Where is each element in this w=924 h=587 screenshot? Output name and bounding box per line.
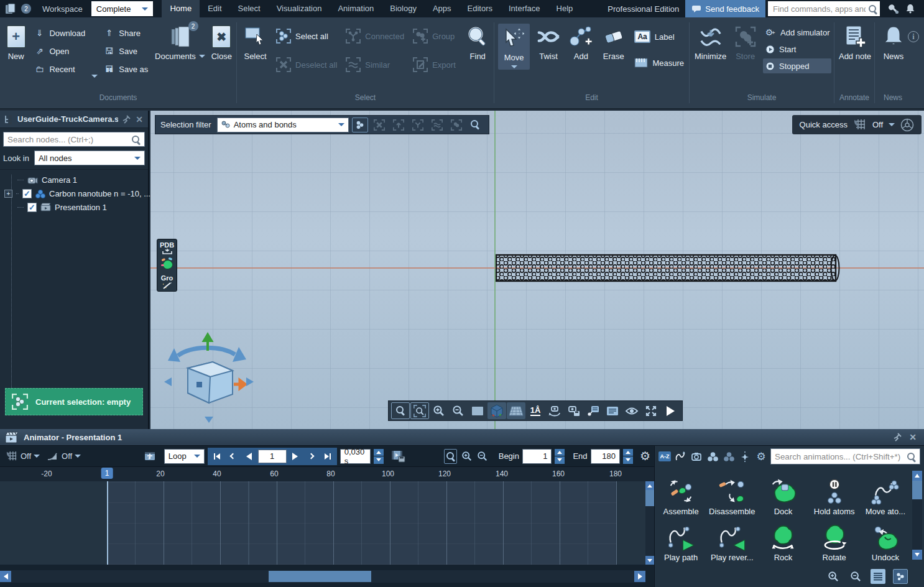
scroll-up-icon[interactable] <box>645 481 654 490</box>
recent-button[interactable]: 🗀Recent <box>32 61 88 77</box>
preset-move-atoms[interactable]: Move ato... <box>861 469 910 516</box>
export-movie-icon[interactable] <box>390 449 407 464</box>
fullscreen-icon[interactable] <box>642 402 660 419</box>
close-panel-icon[interactable]: ✕ <box>134 114 144 124</box>
loop-mode-select[interactable]: Loop <box>164 449 205 464</box>
news-button[interactable]: News <box>879 24 908 61</box>
timeline-horizontal-scrollbar[interactable] <box>0 570 645 583</box>
move-tool-button[interactable]: Move <box>498 24 530 70</box>
grid-plane-icon[interactable] <box>507 402 525 419</box>
skip-to-end-button[interactable] <box>320 450 335 463</box>
zoom-out-icon[interactable] <box>449 402 468 419</box>
navigation-wheel-icon[interactable] <box>900 118 914 132</box>
animator-settings-gear-icon[interactable]: ⚙ <box>640 449 650 463</box>
presets-scrollbar[interactable] <box>912 471 922 560</box>
save-as-button[interactable]: 🖬Save as <box>101 61 150 77</box>
tab-select[interactable]: Select <box>230 0 269 17</box>
tree-item-carbon-nanotube[interactable]: + ✓ Carbon nanotube n = -10, ... <box>6 187 148 200</box>
tab-help[interactable]: Help <box>548 0 581 17</box>
expand-node-icon[interactable]: + <box>4 190 12 198</box>
stopped-state-button[interactable]: Stopped <box>763 58 831 73</box>
filter-connected-icon[interactable] <box>410 118 426 132</box>
annotation-icon[interactable] <box>584 402 603 419</box>
timeline-ruler[interactable]: -20 1 20 40 60 80 100 120 140 160 180 <box>0 466 654 481</box>
search-nodes-box[interactable] <box>3 132 145 147</box>
filter-similar-icon[interactable] <box>429 118 445 132</box>
info-icon[interactable]: i <box>908 31 919 42</box>
fast-backward-button[interactable] <box>226 450 241 463</box>
tree-item-camera[interactable]: Camera 1 <box>6 173 148 186</box>
play-presentation-icon[interactable] <box>661 402 680 419</box>
quick-access-value[interactable]: Off <box>872 120 883 129</box>
gro-generate-button[interactable]: Gro <box>158 274 176 289</box>
close-document-button[interactable]: ✖ Close <box>210 24 234 61</box>
add-animation-icon[interactable] <box>144 450 159 463</box>
preset-play-reverse[interactable]: Play rever... <box>707 516 757 563</box>
preset-assemble[interactable]: Assemble <box>656 469 706 516</box>
select-all-button[interactable]: Select all <box>274 25 340 47</box>
timeline-zoom-in-icon[interactable] <box>460 449 473 464</box>
preset-rock[interactable]: Rock <box>758 516 808 563</box>
tree-item-presentation[interactable]: ✓ Presentation 1 <box>6 201 148 213</box>
deselect-all-button[interactable]: Deselect all <box>274 53 340 76</box>
selection-filter-select[interactable]: Atoms and bonds <box>217 118 349 132</box>
preset-rotate[interactable]: Rotate <box>810 516 859 563</box>
playhead-line[interactable] <box>107 481 108 565</box>
filter-find-icon[interactable] <box>468 118 484 132</box>
tab-interface[interactable]: Interface <box>501 0 548 17</box>
timeline-vertical-scrollbar[interactable] <box>645 481 654 565</box>
tab-editors[interactable]: Editors <box>460 0 501 17</box>
filter-molecule-icon[interactable] <box>706 450 719 463</box>
twist-tool-button[interactable]: Twist <box>534 24 563 61</box>
filter-group-icon[interactable] <box>448 118 464 132</box>
scroll-down-icon[interactable] <box>912 550 922 560</box>
open-button[interactable]: ⇗Open <box>32 43 88 59</box>
share-button[interactable]: ⇑Share <box>101 25 150 41</box>
filter-deselect-icon[interactable] <box>371 118 387 132</box>
scroll-down-icon[interactable] <box>645 556 654 565</box>
viewport-3d[interactable]: Selection filter Atoms and bonds Quick a… <box>150 111 924 429</box>
end-spinner[interactable] <box>623 449 633 464</box>
scroll-right-icon[interactable] <box>634 571 645 582</box>
view-selection-icon[interactable] <box>410 402 429 419</box>
tab-apps[interactable]: Apps <box>425 0 460 17</box>
list-view-icon[interactable] <box>871 569 885 584</box>
select-connected-button[interactable]: Connected <box>343 25 407 47</box>
scale-reference-button[interactable]: 1Å <box>526 402 545 419</box>
documents-button[interactable]: 2 Documents <box>154 24 205 61</box>
search-animations-box[interactable] <box>770 448 920 465</box>
pin-icon[interactable] <box>893 433 902 441</box>
filter-meshes-icon[interactable] <box>722 450 736 463</box>
open-documents-icon[interactable] <box>5 3 17 14</box>
orientation-cube-icon[interactable] <box>487 402 506 419</box>
tab-biology[interactable]: Biology <box>382 0 425 17</box>
build-molecule-button[interactable] <box>158 257 176 272</box>
current-frame-field[interactable]: 1 <box>258 450 287 463</box>
tab-edit[interactable]: Edit <box>200 0 229 17</box>
look-in-select[interactable]: All nodes <box>34 150 145 165</box>
timeline-zoom-fit-icon[interactable] <box>444 449 457 464</box>
group-button[interactable]: Group <box>410 25 460 47</box>
select-tool-button[interactable]: Select <box>241 24 270 61</box>
filter-path-icon[interactable] <box>673 450 687 463</box>
download-button[interactable]: ⇓Download <box>32 25 88 41</box>
preset-hold-atoms[interactable]: Hold atoms <box>810 469 859 516</box>
preset-play-path[interactable]: Play path <box>656 516 706 563</box>
workspace-select[interactable]: Complete <box>91 1 154 16</box>
search-nodes-input[interactable] <box>7 133 127 146</box>
timeline-grid-toggle[interactable]: Off <box>4 451 42 462</box>
fast-forward-button[interactable] <box>304 450 319 463</box>
current-frame-marker[interactable]: 1 <box>101 468 113 479</box>
label-button[interactable]: Aa Label <box>632 27 686 46</box>
library-zoom-out-icon[interactable] <box>848 569 863 584</box>
visibility-checkbox[interactable]: ✓ <box>27 203 37 212</box>
close-panel-icon[interactable]: ✕ <box>907 432 919 442</box>
erase-tool-button[interactable]: Erase <box>599 24 628 61</box>
command-search-input[interactable] <box>773 2 866 16</box>
store-button[interactable]: Store <box>731 24 759 61</box>
recent-chevron-icon[interactable] <box>91 75 98 78</box>
frame-time-spinner[interactable] <box>374 449 384 464</box>
end-frame-field[interactable]: 180 <box>591 449 620 464</box>
filter-effects-icon[interactable] <box>738 450 752 463</box>
preferences-wrench-icon[interactable] <box>889 4 899 14</box>
